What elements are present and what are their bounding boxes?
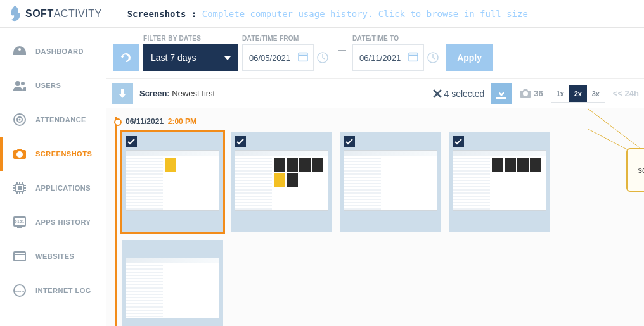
- svg-point-1: [21, 82, 25, 85]
- sort-label: Screen: Newest first: [139, 89, 215, 98]
- time-window[interactable]: << 24h: [613, 89, 639, 98]
- camera-icon: [520, 89, 531, 98]
- svg-point-4: [19, 119, 21, 121]
- clock-icon: [317, 52, 328, 63]
- range-dash: —: [335, 45, 349, 54]
- checkbox-icon[interactable]: [126, 136, 137, 147]
- screenshot-thumb[interactable]: [122, 132, 223, 232]
- brand-a: SOFT: [25, 8, 54, 20]
- screenshot-thumb[interactable]: [340, 132, 441, 232]
- toolbar: Screen: Newest first 4 selected 36 1x 2x…: [106, 79, 644, 108]
- filter-label: FILTER BY DATES: [143, 35, 238, 42]
- screenshot-thumb[interactable]: [449, 132, 550, 232]
- svg-rect-14: [299, 53, 307, 61]
- arrow-down-icon: [118, 89, 127, 98]
- brand-b: ACTIVITY: [54, 8, 102, 20]
- sidebar-item-label: SCREENSHOTS: [35, 150, 92, 158]
- target-icon: [11, 113, 28, 126]
- sidebar-item-websites[interactable]: WEBSITES: [0, 239, 106, 273]
- download-tooltip: Download selected screen images as JPG f…: [626, 148, 644, 192]
- logo-icon: [9, 6, 22, 22]
- sidebar-item-attendance[interactable]: ATTENDANCE: [0, 103, 106, 137]
- svg-text:www: www: [14, 289, 25, 293]
- clock-icon: [427, 52, 439, 63]
- time-group-header: 06/11/2021 2:00 PM: [114, 117, 636, 126]
- calendar-icon: [298, 52, 308, 64]
- users-icon: [11, 79, 28, 92]
- date-from-value: 06/05/2021: [249, 53, 290, 63]
- date-to-input[interactable]: 06/11/2021: [352, 44, 424, 71]
- breadcrumb: Screenshots : Complete computer usage hi…: [127, 9, 528, 19]
- clear-selection-button[interactable]: 4 selected: [433, 89, 485, 99]
- sidebar-item-label: WEBSITES: [35, 253, 74, 260]
- date-to-value: 06/11/2021: [359, 53, 401, 63]
- sidebar-item-label: APPLICATIONS: [35, 184, 91, 192]
- download-button[interactable]: [491, 83, 512, 104]
- camera-icon: [11, 147, 28, 160]
- checkbox-icon[interactable]: [344, 136, 355, 147]
- sidebar-item-screenshots[interactable]: SCREENSHOTS: [0, 137, 106, 171]
- zoom-group: 1x 2x 3x: [551, 85, 605, 103]
- checkbox-icon[interactable]: [235, 136, 246, 147]
- selected-count: 4 selected: [444, 89, 485, 99]
- chip-icon: [11, 182, 28, 194]
- from-label: DATE/TIME FROM: [242, 35, 332, 42]
- sidebar-item-label: APPS HISTORY: [35, 218, 91, 226]
- gauge-icon: [11, 45, 28, 58]
- svg-rect-9: [17, 227, 22, 228]
- count-value: 36: [534, 89, 543, 98]
- svg-point-0: [15, 81, 20, 86]
- sidebar-item-label: INTERNET LOG: [35, 287, 91, 294]
- refresh-icon: [120, 51, 132, 64]
- sidebar-item-internet-log[interactable]: wwwINTERNET LOG: [0, 273, 106, 308]
- apply-button[interactable]: Apply: [446, 44, 493, 71]
- close-icon: [433, 89, 442, 98]
- zoom-1x[interactable]: 1x: [551, 85, 569, 102]
- calendar-icon: [408, 52, 418, 64]
- download-icon: [496, 89, 506, 99]
- svg-text:0101: 0101: [15, 220, 25, 223]
- time-from-button[interactable]: [314, 44, 332, 71]
- screenshot-count: 36: [520, 89, 543, 98]
- to-label: DATE/TIME TO: [352, 35, 442, 42]
- screenshot-thumb[interactable]: [122, 240, 223, 326]
- screenshot-thumb[interactable]: [231, 132, 332, 232]
- zoom-2x[interactable]: 2x: [569, 85, 587, 102]
- section-title: Screenshots :: [127, 9, 197, 19]
- sort-button[interactable]: [112, 83, 133, 104]
- svg-rect-10: [14, 252, 25, 261]
- svg-rect-6: [18, 186, 22, 190]
- sidebar-item-label: ATTENDANCE: [35, 116, 86, 123]
- sidebar-item-dashboard[interactable]: DASHBOARD: [0, 34, 106, 68]
- sidebar-item-label: DASHBOARD: [35, 47, 84, 55]
- sidebar-item-label: USERS: [35, 82, 61, 89]
- browser-icon: [11, 250, 28, 263]
- date-range-select[interactable]: Last 7 days: [143, 44, 238, 71]
- history-icon: 0101: [11, 216, 28, 229]
- section-desc: Complete computer usage history. Click t…: [202, 9, 528, 19]
- sidebar-item-apps-history[interactable]: 0101APPS HISTORY: [0, 205, 106, 239]
- sidebar-item-users[interactable]: USERS: [0, 68, 106, 103]
- www-icon: www: [11, 284, 28, 297]
- sidebar: DASHBOARD USERS ATTENDANCE SCREENSHOTS A…: [0, 28, 106, 326]
- brand-logo[interactable]: SOFTACTIVITY: [9, 6, 102, 22]
- sidebar-item-applications[interactable]: APPLICATIONS: [0, 171, 106, 205]
- range-value: Last 7 days: [151, 53, 196, 63]
- zoom-3x[interactable]: 3x: [587, 85, 605, 102]
- filter-bar: FILTER BY DATES Last 7 days DATE/TIME FR…: [106, 28, 644, 79]
- svg-rect-17: [409, 53, 418, 61]
- checkbox-icon[interactable]: [453, 136, 464, 147]
- time-to-button[interactable]: [424, 44, 442, 71]
- refresh-button[interactable]: [113, 44, 139, 71]
- date-from-input[interactable]: 06/05/2021: [242, 44, 314, 71]
